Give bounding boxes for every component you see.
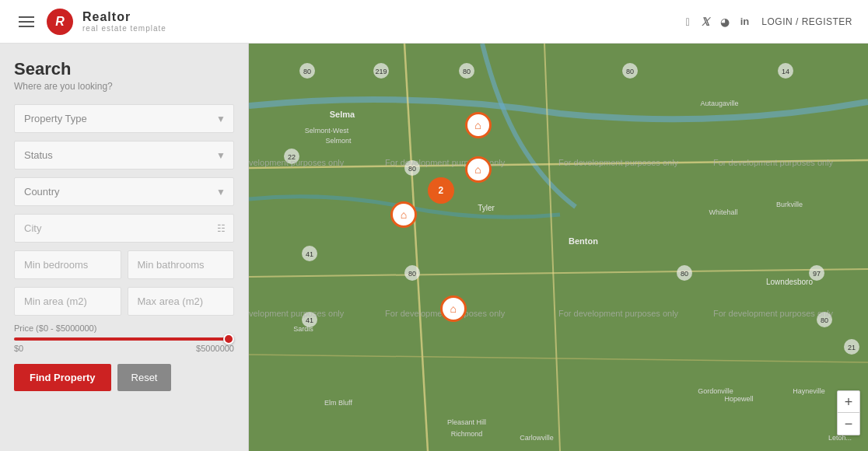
svg-text:80: 80: [408, 165, 416, 173]
header: R Realtor real estate template  𝕏 ◕ in …: [0, 0, 868, 44]
hamburger-button[interactable]: [16, 13, 37, 30]
svg-text:Benton: Benton: [569, 236, 598, 246]
sidebar: Search Where are you looking? Property T…: [0, 44, 249, 451]
logo-title: Realtor: [82, 10, 166, 24]
city-input-icon: ☷: [217, 223, 226, 234]
reset-button[interactable]: Reset: [117, 364, 172, 391]
svg-text:80: 80: [626, 68, 634, 75]
svg-text:Pleasant Hill: Pleasant Hill: [447, 418, 486, 426]
svg-text:Hayneville: Hayneville: [793, 387, 825, 395]
svg-text:80: 80: [463, 68, 471, 75]
bedrooms-bathrooms-group: [14, 250, 234, 279]
linkedin-icon[interactable]: in: [740, 16, 750, 27]
city-wrapper: ☷: [14, 214, 234, 243]
svg-text:Hopewell: Hopewell: [724, 395, 753, 403]
marker-5-icon: ⌂: [440, 295, 467, 322]
svg-text:21: 21: [848, 344, 856, 351]
price-section: Price ($0 - $5000000) $0 $5000000: [14, 323, 234, 353]
status-group: Status For Sale For Rent ▼: [14, 141, 234, 170]
marker-3[interactable]: 2: [428, 177, 454, 204]
search-title: Search: [14, 59, 234, 79]
svg-text:80: 80: [303, 68, 311, 75]
main-content: Search Where are you looking? Property T…: [0, 44, 868, 451]
min-bedrooms-wrapper: [14, 250, 121, 279]
max-area-input[interactable]: [128, 288, 234, 315]
marker-4[interactable]: ⌂: [390, 201, 417, 228]
city-group: ☷: [14, 214, 234, 243]
zoom-in-button[interactable]: +: [838, 391, 859, 413]
logo-subtitle: real estate template: [82, 24, 166, 33]
svg-text:219: 219: [375, 68, 387, 75]
login-register-link[interactable]: LOGIN / REGISTER: [761, 16, 852, 27]
header-right:  𝕏 ◕ in LOGIN / REGISTER: [686, 16, 852, 28]
status-wrapper: Status For Sale For Rent ▼: [14, 141, 234, 170]
country-wrapper: Country USA UK Canada ▼: [14, 177, 234, 206]
svg-text:41: 41: [306, 250, 313, 258]
svg-text:Elm Bluff: Elm Bluff: [324, 399, 352, 407]
svg-text:Autaugaville: Autaugaville: [700, 100, 738, 107]
svg-text:41: 41: [306, 316, 313, 324]
price-min-label: $0: [14, 344, 23, 353]
property-type-group: Property Type House Apartment Land Comme…: [14, 104, 234, 133]
country-group: Country USA UK Canada ▼: [14, 177, 234, 206]
property-type-select[interactable]: Property Type House Apartment Land Comme…: [15, 105, 233, 132]
area-group: [14, 287, 234, 316]
marker-2-icon: ⌂: [465, 156, 492, 183]
price-label: Price ($0 - $5000000): [14, 323, 234, 333]
min-bedrooms-input[interactable]: [15, 251, 121, 278]
svg-text:80: 80: [408, 270, 416, 278]
price-slider-container: [14, 337, 234, 341]
max-area-wrapper: [128, 287, 235, 316]
property-type-wrapper: Property Type House Apartment Land Comme…: [14, 104, 234, 133]
svg-text:Whitehall: Whitehall: [709, 208, 737, 216]
social-icons:  𝕏 ◕ in: [686, 16, 750, 28]
logo-text: Realtor real estate template: [82, 10, 166, 33]
country-select[interactable]: Country USA UK Canada: [15, 178, 233, 205]
svg-text:Gordonville: Gordonville: [698, 387, 733, 395]
svg-text:Burkville: Burkville: [776, 201, 803, 208]
find-property-button[interactable]: Find Property: [14, 364, 111, 391]
svg-text:97: 97: [813, 270, 821, 278]
marker-5[interactable]: ⌂: [440, 295, 467, 322]
svg-text:Tyler: Tyler: [478, 204, 495, 212]
min-area-wrapper: [14, 287, 121, 316]
zoom-controls: + −: [837, 390, 860, 435]
svg-text:Selmont: Selmont: [325, 137, 352, 145]
marker-4-icon: ⌂: [390, 201, 417, 228]
price-range-labels: $0 $5000000: [14, 344, 234, 353]
min-bathrooms-wrapper: [128, 250, 235, 279]
marker-2[interactable]: ⌂: [465, 156, 492, 183]
status-select[interactable]: Status For Sale For Rent: [15, 142, 233, 169]
marker-3-count: 2: [428, 177, 454, 204]
min-bathrooms-input[interactable]: [128, 251, 234, 278]
svg-text:80: 80: [821, 316, 828, 324]
svg-text:Selma: Selma: [330, 110, 355, 119]
twitter-icon[interactable]: 𝕏: [701, 16, 709, 28]
facebook-icon[interactable]: : [686, 16, 690, 28]
marker-1[interactable]: ⌂: [465, 112, 492, 138]
price-max-label: $5000000: [196, 344, 234, 353]
globe-icon[interactable]: ◕: [720, 16, 730, 28]
header-left: R Realtor real estate template: [16, 9, 166, 35]
svg-text:Lowndesboro: Lowndesboro: [766, 278, 813, 286]
search-subtitle: Where are you looking?: [14, 81, 234, 92]
marker-1-icon: ⌂: [465, 112, 492, 138]
svg-text:80: 80: [681, 270, 688, 278]
svg-text:14: 14: [782, 68, 789, 75]
svg-text:Carlowville: Carlowville: [520, 434, 554, 442]
map-area: 80 219 80 80 22 41 41 80 80 14 80 97 80: [249, 44, 868, 451]
svg-text:Selmont-West: Selmont-West: [305, 127, 349, 135]
map-background: 80 219 80 80 22 41 41 80 80 14 80 97 80: [249, 44, 868, 451]
svg-text:22: 22: [288, 153, 296, 161]
price-slider-track: [14, 337, 234, 341]
logo-icon: R: [47, 9, 73, 35]
action-buttons: Find Property Reset: [14, 364, 234, 391]
zoom-out-button[interactable]: −: [838, 413, 859, 435]
min-area-input[interactable]: [15, 288, 121, 315]
svg-text:Richmond: Richmond: [451, 430, 483, 438]
svg-text:Sardis: Sardis: [293, 325, 313, 333]
price-slider-fill: [14, 337, 234, 341]
city-input[interactable]: [15, 215, 233, 242]
